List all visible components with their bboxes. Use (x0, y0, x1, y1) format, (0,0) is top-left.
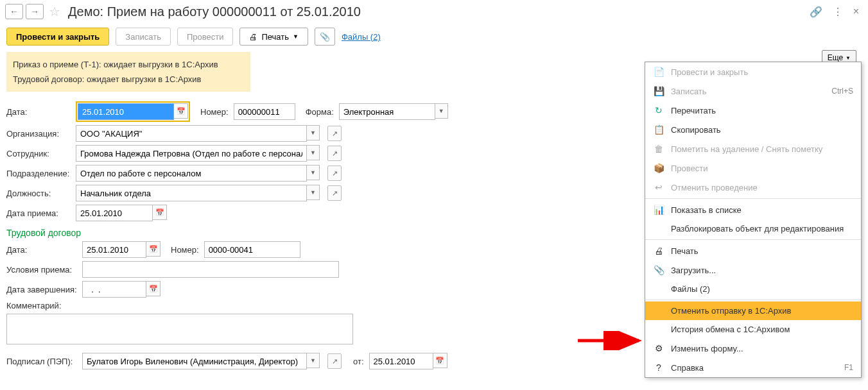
menu-icon: ⚙ (653, 343, 664, 353)
menu-item: 📄Провести и закрыть (645, 62, 861, 81)
menu-item[interactable]: ↻Перечитать (645, 101, 861, 120)
sign-date-input[interactable] (369, 353, 433, 369)
menu-item: ↩Отменить проведение (645, 178, 861, 197)
position-input[interactable] (76, 185, 307, 201)
open-icon[interactable]: ↗ (327, 126, 342, 141)
close-icon[interactable]: × (853, 6, 859, 17)
save-button[interactable]: Записать (116, 28, 171, 46)
notice-line: Трудовой договор: ожидает выгрузки в 1С:… (13, 72, 244, 87)
menu-label: Печать (671, 246, 699, 256)
menu-label: Скопировать (671, 125, 721, 135)
clip-icon: 📎 (320, 32, 330, 42)
menu-shortcut: F1 (844, 363, 853, 372)
enddate-input[interactable] (82, 281, 146, 298)
post-button[interactable]: Провести (177, 28, 234, 46)
label-comment: Комментарий: (6, 301, 77, 310)
label-form: Форма: (306, 107, 334, 117)
calendar-icon[interactable]: 📅 (153, 205, 167, 220)
menu-item[interactable]: ⚙Изменить форму... (645, 339, 861, 358)
open-icon[interactable]: ↗ (327, 185, 342, 201)
calendar-icon[interactable]: 📅 (146, 281, 161, 296)
menu-item[interactable]: Отменить отправку в 1С:Архив (645, 301, 861, 320)
label-cdate: Дата: (6, 245, 77, 255)
menu-item[interactable]: История обмена с 1С:Архивом (645, 320, 861, 339)
menu-label: Разблокировать объект для редактирования (671, 224, 844, 233)
menu-icon: 💾 (653, 86, 664, 96)
date-input[interactable] (78, 103, 174, 120)
chevron-down-icon[interactable]: ▼ (307, 353, 320, 368)
label-org: Организация: (6, 129, 71, 139)
calendar-icon[interactable]: 📅 (174, 103, 188, 119)
menu-item[interactable]: Разблокировать объект для редактирования (645, 219, 861, 238)
comment-textarea[interactable] (6, 314, 353, 344)
menu-icon: 📦 (653, 163, 664, 173)
menu-label: Справка (671, 363, 704, 373)
star-icon[interactable]: ☆ (49, 4, 60, 19)
label-signed: Подписал (ПЭП): (6, 357, 77, 366)
link-icon[interactable]: 🔗 (810, 6, 822, 18)
label-pos: Должность: (6, 189, 71, 198)
menu-icon: 📊 (653, 205, 664, 215)
dept-input[interactable] (76, 165, 307, 182)
contract-num-input[interactable] (204, 241, 300, 258)
menu-item[interactable]: Файлы (2) (645, 280, 861, 298)
nav-back-button[interactable]: ← (5, 4, 23, 19)
menu-icon: 🗑 (653, 144, 664, 154)
menu-label: Загрузить... (671, 266, 716, 275)
contract-date-input[interactable] (82, 241, 146, 258)
archive-notice: Приказ о приеме (Т-1): ожидает выгрузки … (6, 52, 250, 92)
menu-label: Записать (671, 87, 707, 96)
chevron-down-icon[interactable]: ▼ (435, 103, 448, 119)
form-input[interactable] (339, 103, 435, 120)
menu-icon: ? (653, 362, 664, 373)
open-icon[interactable]: ↗ (327, 165, 342, 181)
post-close-button[interactable]: Провести и закрыть (6, 28, 109, 46)
menu-label: История обмена с 1С:Архивом (671, 325, 790, 334)
menu-label: Отменить отправку в 1С:Архив (671, 306, 791, 316)
menu-item[interactable]: ?СправкаF1 (645, 358, 861, 377)
menu-shortcut: Ctrl+S (831, 87, 853, 96)
menu-label: Провести (671, 164, 708, 173)
chevron-down-icon[interactable]: ▼ (307, 185, 320, 200)
label-number: Номер: (200, 107, 229, 117)
number-input[interactable] (234, 103, 295, 120)
kebab-icon[interactable]: ⋮ (833, 6, 843, 18)
label-enddate: Дата завершения: (6, 285, 77, 294)
menu-item[interactable]: 📋Скопировать (645, 120, 861, 139)
calendar-icon[interactable]: 📅 (433, 353, 447, 368)
menu-icon: 🖨 (653, 246, 664, 256)
menu-label: Провести и закрыть (671, 67, 748, 77)
chevron-down-icon[interactable]: ▼ (307, 165, 320, 180)
menu-icon: ↻ (653, 105, 664, 115)
conditions-input[interactable] (82, 261, 339, 278)
menu-item[interactable]: 📎Загрузить... (645, 260, 861, 280)
hiredate-input[interactable] (76, 205, 153, 221)
label-dept: Подразделение: (6, 169, 71, 178)
chevron-down-icon[interactable]: ▼ (307, 145, 320, 160)
menu-icon: 📋 (653, 124, 664, 135)
menu-label: Показать в списке (671, 205, 742, 215)
menu-item[interactable]: 🖨Печать (645, 241, 861, 260)
menu-icon: 📄 (653, 67, 664, 77)
open-icon[interactable]: ↗ (327, 146, 342, 161)
menu-item[interactable]: 📊Показать в списке (645, 200, 861, 219)
chevron-down-icon[interactable]: ▼ (307, 125, 320, 140)
more-menu: 📄Провести и закрыть💾ЗаписатьCtrl+S↻Переч… (645, 62, 862, 378)
signed-input[interactable] (82, 353, 307, 369)
menu-icon: ↩ (653, 182, 664, 192)
open-icon[interactable]: ↗ (327, 353, 342, 369)
print-button[interactable]: 🖨Печать▼ (239, 28, 308, 46)
menu-label: Файлы (2) (671, 284, 710, 294)
menu-label: Перечитать (671, 106, 716, 115)
nav-forward-button[interactable]: → (26, 4, 44, 19)
menu-label: Изменить форму... (671, 344, 743, 353)
label-cnum: Номер: (171, 245, 199, 255)
attach-button[interactable]: 📎 (315, 28, 335, 46)
org-input[interactable] (76, 125, 307, 142)
files-link[interactable]: Файлы (2) (342, 32, 381, 42)
label-emp: Сотрудник: (6, 149, 71, 158)
menu-item: 💾ЗаписатьCtrl+S (645, 81, 861, 101)
label-from: от: (353, 357, 364, 366)
employee-input[interactable] (76, 145, 307, 162)
calendar-icon[interactable]: 📅 (146, 241, 161, 257)
